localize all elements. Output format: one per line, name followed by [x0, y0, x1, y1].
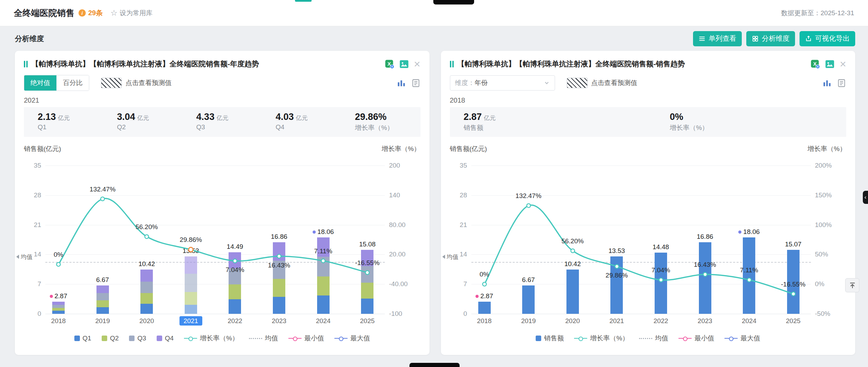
sales-trend-chart[interactable]: 35200%28150%21100%1450%70%0-50%均值2.87201… — [450, 158, 847, 330]
x-axis-label[interactable]: 2020 — [554, 317, 592, 325]
legend-item[interactable]: 最小值 — [678, 334, 714, 343]
legend-item[interactable]: Q3 — [129, 335, 146, 342]
info-icon[interactable]: i — [79, 9, 86, 17]
image-export-icon[interactable] — [399, 59, 409, 69]
x-axis-label[interactable]: 2022 — [642, 317, 680, 325]
bar-segment[interactable] — [273, 242, 285, 260]
bar-segment[interactable] — [317, 257, 330, 277]
bar-segment[interactable] — [566, 270, 579, 314]
bar-segment[interactable] — [317, 276, 330, 295]
legend-item[interactable]: 增长率（%） — [574, 334, 629, 343]
visual-export-button[interactable]: 可视化导出 — [800, 31, 855, 46]
bar-chart-view-icon[interactable] — [397, 78, 406, 88]
bar-segment[interactable] — [361, 283, 373, 299]
bar-segment[interactable] — [52, 305, 65, 308]
bar-segment[interactable] — [229, 299, 241, 314]
bar-segment[interactable] — [140, 304, 153, 314]
stat-growth: 0% 增长率（%） — [656, 112, 846, 132]
yearly-trend-chart[interactable]: 35200281402180.001420.007-40.000-100均值2.… — [24, 158, 421, 330]
legend-item[interactable]: 增长率（%） — [184, 334, 239, 343]
legend-item[interactable]: 最小值 — [288, 334, 324, 343]
favorite-toggle[interactable]: ☆ 设为常用库 — [110, 9, 153, 18]
growth-point-label: 56.20% — [121, 223, 173, 231]
dimension-select[interactable]: 维度： 年份 — [450, 75, 555, 91]
segment-absolute-button[interactable]: 绝对值 — [24, 75, 56, 91]
bar-segment[interactable] — [743, 237, 755, 314]
back-to-top-button[interactable] — [845, 278, 859, 292]
excel-export-icon[interactable]: X — [385, 59, 394, 69]
forecast-toggle-button[interactable]: 点击查看预测值 — [565, 77, 639, 88]
y2-axis-tick-label: 200% — [815, 161, 832, 170]
bar-segment[interactable] — [96, 293, 109, 300]
x-axis-label[interactable]: 2019 — [84, 317, 122, 325]
legend-item[interactable]: Q1 — [74, 335, 91, 342]
legend-item[interactable]: 最大值 — [334, 334, 370, 343]
bar-segment[interactable] — [361, 266, 373, 283]
bar-chart-view-icon[interactable] — [822, 78, 832, 88]
bar-segment[interactable] — [140, 270, 153, 282]
bar-segment[interactable] — [185, 292, 197, 305]
x-axis-label[interactable]: 2019 — [509, 317, 547, 325]
legend-item[interactable]: Q2 — [102, 335, 119, 342]
x-axis-label[interactable]: 2021 — [172, 317, 210, 325]
y2-axis-tick-label: 50% — [815, 250, 828, 259]
bar-segment[interactable] — [52, 308, 65, 311]
drawer-collapse-handle[interactable]: ‹ — [863, 191, 868, 204]
bar-segment[interactable] — [229, 284, 241, 300]
close-icon[interactable]: × — [840, 58, 846, 69]
x-axis-label[interactable]: 2024 — [304, 317, 342, 325]
page-title: 全终端医院销售 — [14, 7, 74, 19]
bar-segment[interactable] — [699, 242, 711, 314]
bar-segment[interactable] — [185, 274, 197, 292]
stat-value: 2.13 — [38, 112, 56, 122]
analysis-dimension-button[interactable]: 分析维度 — [746, 31, 795, 46]
legend-item[interactable]: 均值 — [639, 334, 668, 343]
excel-export-icon[interactable]: X — [811, 59, 820, 69]
bar-segment[interactable] — [96, 307, 109, 314]
bar-segment[interactable] — [361, 299, 373, 314]
bar-segment[interactable] — [273, 279, 285, 297]
bar-segment[interactable] — [52, 302, 65, 305]
bar-segment[interactable] — [52, 311, 65, 314]
bar-segment[interactable] — [185, 305, 197, 314]
forecast-toggle-button[interactable]: 点击查看预测值 — [99, 77, 174, 88]
bar-segment[interactable] — [185, 256, 197, 273]
legend-item[interactable]: Q4 — [157, 335, 174, 342]
close-icon[interactable]: × — [414, 58, 421, 69]
x-axis-label[interactable]: 2021 — [598, 317, 636, 325]
legend-item[interactable]: 销售额 — [536, 334, 564, 343]
bar-segment[interactable] — [478, 302, 491, 314]
growth-point-label: 0% — [459, 270, 510, 279]
x-axis-label[interactable]: 2023 — [686, 317, 724, 325]
growth-point-label: 7.11% — [297, 247, 349, 255]
legend-item[interactable]: 均值 — [249, 334, 278, 343]
x-axis-label[interactable]: 2025 — [348, 317, 386, 325]
x-axis-label[interactable]: 2020 — [128, 317, 166, 325]
x-axis-label[interactable]: 2022 — [216, 317, 254, 325]
x-axis-label[interactable]: 2018 — [39, 317, 77, 325]
bar-segment[interactable] — [140, 282, 153, 293]
x-axis-label[interactable]: 2018 — [465, 317, 504, 325]
stat-label: 增长率（%） — [670, 123, 846, 132]
legend-item[interactable]: 最大值 — [724, 334, 760, 343]
bar-segment[interactable] — [96, 300, 109, 307]
bar-segment[interactable] — [96, 285, 109, 293]
bar-segment[interactable] — [140, 293, 153, 304]
card-accent-icon — [24, 61, 29, 67]
data-view-icon[interactable] — [411, 78, 421, 88]
growth-point-label: 132.47% — [77, 185, 129, 194]
bar-segment[interactable] — [522, 285, 535, 314]
y2-axis-tick-label: 150% — [815, 191, 832, 200]
image-export-icon[interactable] — [825, 59, 834, 69]
bar-segment[interactable] — [317, 295, 330, 314]
data-view-icon[interactable] — [837, 78, 846, 88]
single-column-view-button[interactable]: 单列查看 — [693, 31, 742, 46]
x-axis-label[interactable]: 2024 — [730, 317, 768, 325]
bar-segment[interactable] — [273, 297, 285, 314]
segment-percent-button[interactable]: 百分比 — [56, 75, 89, 91]
x-axis-label[interactable]: 2025 — [774, 317, 812, 325]
bar-segment[interactable] — [610, 256, 623, 314]
bar-segment[interactable] — [655, 253, 667, 314]
y-axis-tick-label: 0 — [450, 309, 467, 318]
x-axis-label[interactable]: 2023 — [260, 317, 298, 325]
